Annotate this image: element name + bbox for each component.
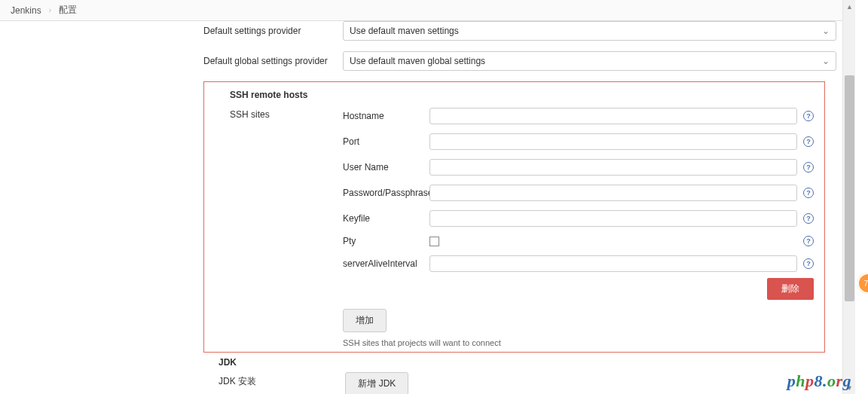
watermark: php8.org: [787, 371, 851, 391]
hostname-label: Hostname: [343, 111, 429, 121]
ssh-help-text: SSH sites that projects will want to con…: [343, 338, 814, 347]
help-icon[interactable]: ?: [803, 136, 814, 147]
breadcrumb: Jenkins › 配置: [0, 0, 855, 21]
keyfile-input[interactable]: [429, 210, 797, 227]
passphrase-label: Password/Passphrase: [343, 188, 429, 198]
help-icon[interactable]: ?: [803, 258, 814, 269]
port-input[interactable]: [429, 133, 797, 150]
passphrase-input[interactable]: [429, 185, 797, 201]
jdk-install-label: JDK 安装: [219, 375, 343, 388]
scrollbar-thumb[interactable]: [845, 75, 854, 301]
serveraliveinterval-label: serverAliveInterval: [343, 258, 429, 269]
add-jdk-button[interactable]: 新增 JDK: [345, 372, 408, 394]
username-label: User Name: [343, 162, 429, 173]
scroll-up-icon[interactable]: ▲: [843, 0, 855, 13]
pty-label: Pty: [343, 236, 429, 246]
port-label: Port: [343, 136, 429, 147]
delete-button[interactable]: 删除: [767, 278, 814, 300]
ssh-remote-hosts-panel: SSH remote hosts SSH sites Hostname ? Po…: [203, 81, 825, 353]
add-button[interactable]: 增加: [343, 309, 387, 332]
chevron-down-icon: ⌄: [822, 26, 830, 36]
chevron-down-icon: ⌄: [822, 56, 830, 66]
default-global-settings-value: Use default maven global settings: [350, 56, 485, 66]
chevron-right-icon: ›: [49, 6, 51, 14]
floating-badge[interactable]: 79: [857, 273, 868, 294]
pty-checkbox[interactable]: [429, 237, 439, 246]
breadcrumb-root[interactable]: Jenkins: [11, 5, 41, 16]
default-settings-label: Default settings provider: [203, 26, 343, 36]
help-icon[interactable]: ?: [803, 162, 814, 173]
help-icon[interactable]: ?: [803, 236, 814, 246]
breadcrumb-current: 配置: [59, 4, 77, 17]
default-global-settings-select[interactable]: Use default maven global settings ⌄: [343, 51, 836, 71]
default-settings-value: Use default maven settings: [350, 26, 459, 36]
inner-vertical-scrollbar[interactable]: ▲ ▼: [842, 0, 855, 394]
serveraliveinterval-input[interactable]: [429, 255, 797, 272]
hostname-input[interactable]: [429, 108, 797, 124]
ssh-sites-label: SSH sites: [230, 108, 343, 120]
default-global-settings-label: Default global settings provider: [203, 56, 343, 66]
help-icon[interactable]: ?: [803, 213, 814, 224]
ssh-panel-title: SSH remote hosts: [230, 90, 814, 100]
keyfile-label: Keyfile: [343, 213, 429, 224]
jdk-title: JDK: [219, 357, 840, 368]
username-input[interactable]: [429, 159, 797, 176]
help-icon[interactable]: ?: [803, 188, 814, 198]
help-icon[interactable]: ?: [803, 111, 814, 121]
default-settings-select[interactable]: Use default maven settings ⌄: [343, 21, 836, 41]
